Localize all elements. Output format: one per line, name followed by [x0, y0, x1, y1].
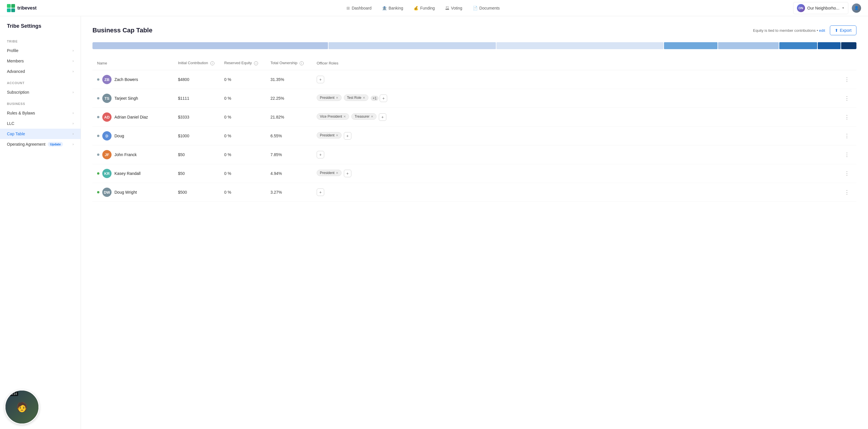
row-actions-button[interactable]: ⋮ — [842, 169, 852, 178]
sidebar-item-members[interactable]: Members › — [0, 56, 81, 66]
actions-cell: ⋮ — [837, 70, 857, 89]
app-layout: Tribe Settings TRIBE Profile › Members ›… — [0, 16, 868, 429]
actions-cell: ⋮ — [837, 145, 857, 164]
remove-role-button[interactable]: ✕ — [336, 96, 338, 100]
reserved-equity-cell: 0 % — [220, 89, 266, 108]
logo-text: tribevest — [17, 5, 37, 11]
total-ownership-cell: 7.85% — [266, 145, 312, 164]
nav-documents[interactable]: 📄 Documents — [468, 3, 504, 13]
member-avatar: DW — [102, 188, 112, 197]
video-thumbnail: 🧑 0:14 — [5, 390, 39, 424]
row-actions-button[interactable]: ⋮ — [842, 94, 852, 103]
export-button[interactable]: ⬆ Export — [830, 25, 857, 35]
nav-funding[interactable]: 💰 Funding — [409, 3, 439, 13]
svg-rect-2 — [7, 8, 11, 12]
member-avatar: KR — [102, 169, 112, 178]
sidebar-item-advanced[interactable]: Advanced › — [0, 66, 81, 76]
equity-segment — [718, 42, 779, 49]
total-ownership-cell: 3.27% — [266, 183, 312, 202]
table-row: JF John Franck $500 %7.85%+⋮ — [92, 145, 857, 164]
table-row: AD Adrian Daniel Diaz $33330 %21.82%Vice… — [92, 108, 857, 127]
sidebar: Tribe Settings TRIBE Profile › Members ›… — [0, 16, 81, 429]
remove-role-button[interactable]: ✕ — [343, 115, 346, 119]
member-name-cell: KR Kasey Randall — [92, 164, 174, 183]
col-name-header: Name — [92, 58, 174, 70]
nav-banking[interactable]: 🏦 Banking — [377, 3, 408, 13]
cap-table: Name Initial Contribution i Reserved Equ… — [92, 58, 857, 202]
ownership-info-icon[interactable]: i — [300, 61, 304, 65]
sidebar-section-tribe: TRIBE Profile › Members › Advanced › — [0, 35, 81, 76]
row-actions-button[interactable]: ⋮ — [842, 150, 852, 159]
equity-segment — [496, 42, 664, 49]
page-title: Business Cap Table — [92, 27, 152, 34]
actions-cell: ⋮ — [837, 127, 857, 145]
sidebar-item-llc[interactable]: LLC › — [0, 118, 81, 129]
remove-role-button[interactable]: ✕ — [363, 96, 365, 100]
equity-segment — [664, 42, 717, 49]
nav-voting[interactable]: 🗳 Voting — [441, 3, 467, 13]
reserved-info-icon[interactable]: i — [254, 61, 258, 65]
row-actions-button[interactable]: ⋮ — [842, 75, 852, 84]
total-ownership-cell: 22.25% — [266, 89, 312, 108]
sidebar-item-operating-agreement[interactable]: Operating Agreement Update › — [0, 139, 81, 149]
header-right: Equity is tied to member contributions •… — [753, 25, 857, 35]
total-ownership-cell: 21.82% — [266, 108, 312, 127]
reserved-equity-cell: 0 % — [220, 183, 266, 202]
business-section-label: BUSINESS — [0, 97, 81, 108]
row-actions-button[interactable]: ⋮ — [842, 131, 852, 140]
contribution-cell: $3333 — [174, 108, 220, 127]
chevron-right-icon: › — [72, 59, 74, 63]
timer-badge: 0:14 — [7, 392, 18, 396]
documents-icon: 📄 — [473, 6, 477, 10]
contribution-info-icon[interactable]: i — [210, 61, 214, 65]
role-tag: President✕ — [317, 170, 342, 176]
remove-role-button[interactable]: ✕ — [371, 115, 373, 119]
actions-cell: ⋮ — [837, 164, 857, 183]
member-avatar: JF — [102, 150, 112, 159]
edit-link[interactable]: edit — [819, 28, 825, 33]
svg-rect-0 — [7, 4, 11, 8]
member-avatar: D — [102, 131, 112, 141]
reserved-equity-cell: 0 % — [220, 164, 266, 183]
total-ownership-cell: 6.55% — [266, 127, 312, 145]
tribe-section-label: TRIBE — [0, 35, 81, 45]
status-dot — [97, 135, 99, 137]
add-role-button[interactable]: + — [344, 132, 351, 140]
chevron-right-icon: › — [72, 132, 74, 136]
org-selector[interactable]: ON Our Neighborho... ▼ — [793, 2, 848, 14]
chevron-down-icon: ▼ — [842, 6, 845, 9]
table-row: DW Doug Wright $5000 %3.27%+⋮ — [92, 183, 857, 202]
add-role-button[interactable]: + — [317, 188, 324, 196]
sidebar-item-rules-bylaws[interactable]: Rules & Bylaws › — [0, 108, 81, 118]
contribution-cell: $50 — [174, 164, 220, 183]
logo[interactable]: tribevest — [7, 4, 53, 12]
actions-cell: ⋮ — [837, 108, 857, 127]
add-role-button[interactable]: + — [379, 113, 386, 121]
role-tag: Vice President✕ — [317, 113, 349, 120]
table-row: KR Kasey Randall $500 %4.94%President✕+⋮ — [92, 164, 857, 183]
roles-cell: + — [312, 70, 837, 89]
member-name-cell: JF John Franck — [92, 145, 174, 164]
account-section-label: ACCOUNT — [0, 76, 81, 87]
add-role-button[interactable]: + — [317, 76, 324, 83]
add-role-button[interactable]: + — [380, 95, 387, 102]
add-role-button[interactable]: + — [317, 151, 324, 158]
chevron-right-icon: › — [72, 49, 74, 53]
sidebar-item-profile[interactable]: Profile › — [0, 45, 81, 56]
sidebar-item-subscription[interactable]: Subscription › — [0, 87, 81, 97]
remove-role-button[interactable]: ✕ — [336, 171, 338, 175]
row-actions-button[interactable]: ⋮ — [842, 113, 852, 121]
remove-role-button[interactable]: ✕ — [336, 133, 338, 137]
sidebar-item-cap-table[interactable]: Cap Table › — [0, 129, 81, 139]
add-role-button[interactable]: + — [344, 170, 351, 177]
org-avatar: ON — [797, 4, 805, 12]
reserved-equity-cell: 0 % — [220, 127, 266, 145]
contribution-cell: $500 — [174, 183, 220, 202]
chevron-right-icon: › — [72, 142, 74, 146]
table-row: ZB Zach Bowers $48000 %31.35%+⋮ — [92, 70, 857, 89]
user-avatar[interactable]: 👤 — [852, 3, 861, 13]
row-actions-button[interactable]: ⋮ — [842, 188, 852, 196]
roles-cell: President✕Test Role✕+1+ — [312, 89, 837, 108]
nav-dashboard[interactable]: ⊞ Dashboard — [342, 3, 376, 13]
member-name-cell: ZB Zach Bowers — [92, 70, 174, 89]
